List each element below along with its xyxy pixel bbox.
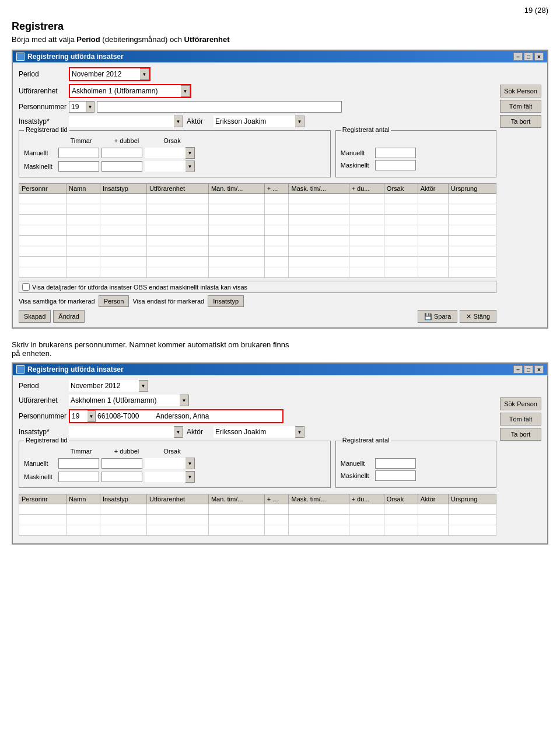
w2-manuellt-orsak-arrow[interactable]: ▼ xyxy=(186,458,195,469)
w2-utforarenhet-label: Utförarenhet xyxy=(19,396,65,404)
aktor-dropdown-arrow[interactable]: ▼ xyxy=(295,116,304,127)
w2-insatstyp-label: Insatstyp* xyxy=(19,428,65,436)
w2-period-select-container: November 2012 ▼ xyxy=(69,380,148,392)
manuellt-antal-input[interactable] xyxy=(375,148,416,158)
period-dropdown-arrow[interactable]: ▼ xyxy=(140,68,149,80)
window2-body: Period November 2012 ▼ Utförarenhet Askh… xyxy=(13,375,547,543)
w2-maskinellt-dubbel-input[interactable] xyxy=(102,472,142,482)
win2-maximize-btn[interactable]: □ xyxy=(524,365,533,374)
win-minimize-btn[interactable]: – xyxy=(513,53,523,61)
w2-personnummer-prefix-input[interactable]: 19 xyxy=(70,410,88,422)
w2-utforarenhet-input[interactable]: Askholmen 1 (Utförarnamn) xyxy=(69,395,180,406)
w2-insatstyp-dropdown-arrow[interactable]: ▼ xyxy=(174,426,183,438)
w2-utforarenhet-dropdown-arrow[interactable]: ▼ xyxy=(180,395,189,406)
maskinellt-antal-row: Maskinellt xyxy=(341,160,491,170)
insatstyp-dropdown-arrow[interactable]: ▼ xyxy=(174,116,183,127)
window1: Registrering utförda insatser – □ × Peri… xyxy=(12,50,548,329)
w2-manuellt-orsak-input[interactable] xyxy=(145,458,186,469)
w2-personnummer-number-input[interactable]: 661008-T000 xyxy=(96,410,154,422)
aktor-input[interactable]: Eriksson Joakim xyxy=(214,116,295,127)
w2-insatstyp-select-container: ▼ xyxy=(69,426,183,438)
w2-period-input[interactable]: November 2012 xyxy=(69,380,139,392)
w2-registrerad-tid-title: Registrerad tid xyxy=(24,437,69,444)
w2-maskinellt-tid-label: Maskinellt xyxy=(24,473,56,480)
registrerad-tid-group: Registrerad tid Timmar + dubbel Orsak Ma… xyxy=(19,130,331,177)
w2-maskinellt-antal-input[interactable] xyxy=(375,470,416,481)
w2-manuellt-antal-input[interactable] xyxy=(375,458,416,469)
win2-close-btn[interactable]: × xyxy=(534,365,544,374)
manuellt-orsak-input[interactable] xyxy=(145,148,186,158)
w2-aktor-input[interactable]: Eriksson Joakim xyxy=(214,426,295,438)
maskinellt-orsak-input[interactable] xyxy=(145,161,186,172)
insatstyp-btn[interactable]: Insatstyp xyxy=(208,295,244,307)
sok-person-btn[interactable]: Sök Person xyxy=(500,85,541,97)
w2-insatstyp-input[interactable] xyxy=(69,426,174,438)
aktor-select-container: Eriksson Joakim ▼ xyxy=(214,116,304,127)
manuellt-tid-label: Manuellt xyxy=(24,149,56,156)
w2-manuellt-tid-label: Manuellt xyxy=(24,460,56,467)
w2-manuellt-orsak-container: ▼ xyxy=(145,458,195,469)
stang-btn[interactable]: ✕ Stäng xyxy=(460,310,496,323)
bottom-section: Visa detaljrader för utförda insatser OB… xyxy=(19,281,496,323)
col-du: + du... xyxy=(349,184,384,194)
w2-maskinellt-orsak-input[interactable] xyxy=(145,472,186,482)
w2-personnummer-full-container: 19 ▼ 661008-T000 Andersson, Anna xyxy=(69,409,284,423)
maskinellt-antal-input[interactable] xyxy=(375,160,416,170)
manuellt-antal-row: Manuellt xyxy=(341,148,491,158)
maskinellt-orsak-container: ▼ xyxy=(145,161,195,172)
win2-minimize-btn[interactable]: – xyxy=(513,365,523,374)
personnummer-prefix-input[interactable]: 19 xyxy=(69,101,86,113)
table-row xyxy=(19,194,496,204)
ta-bort-btn[interactable]: Ta bort xyxy=(500,115,541,128)
w2-maskinellt-orsak-arrow[interactable]: ▼ xyxy=(186,471,195,483)
w2-dubbel-col-label: + dubbel xyxy=(106,448,147,455)
andrad-btn[interactable]: Ändrad xyxy=(53,310,84,323)
person-btn[interactable]: Person xyxy=(99,295,130,307)
w2-maskinellt-timmar-input[interactable] xyxy=(58,472,99,482)
w2-tom-falt-btn[interactable]: Töm fält xyxy=(500,413,541,425)
footer-row: Skapad Ändrad 💾 Spara ✕ Stäng xyxy=(19,310,496,323)
insatstyp-input[interactable] xyxy=(69,116,174,127)
w2-sok-person-btn[interactable]: Sök Person xyxy=(500,397,541,410)
win-maximize-btn[interactable]: □ xyxy=(524,53,533,61)
w2-ta-bort-btn[interactable]: Ta bort xyxy=(500,428,541,441)
w2-manuellt-timmar-input[interactable] xyxy=(58,458,99,469)
manuellt-dubbel-input[interactable] xyxy=(102,148,142,158)
w2-col-personnr: Personnr xyxy=(19,494,66,504)
period-input[interactable]: November 2012 xyxy=(70,68,140,80)
col-man-tim: Man. tim/... xyxy=(208,184,264,194)
w2-registrerad-tid-group: Registrerad tid Timmar + dubbel Orsak Ma… xyxy=(19,441,331,488)
tom-falt-btn[interactable]: Töm fält xyxy=(500,100,541,113)
w2-maskinellt-orsak-container: ▼ xyxy=(145,471,195,483)
manuellt-timmar-input[interactable] xyxy=(58,148,99,158)
maskinellt-dubbel-input[interactable] xyxy=(102,161,142,172)
w2-col-utforarenhet: Utförarenhet xyxy=(147,494,209,504)
personnummer-label: Personnummer xyxy=(19,103,66,111)
period-row: Period November 2012 ▼ xyxy=(19,67,496,81)
w2-manuellt-dubbel-input[interactable] xyxy=(102,458,142,469)
visa-row: Visa samtliga för markerad Person Visa e… xyxy=(19,295,496,307)
w2-manuellt-antal-label: Manuellt xyxy=(341,460,373,467)
maskinellt-timmar-input[interactable] xyxy=(58,161,99,172)
visa-samtliga-label: Visa samtliga för markerad xyxy=(19,298,95,305)
win-close-btn[interactable]: × xyxy=(534,53,544,61)
utforarenhet-dropdown-arrow[interactable]: ▼ xyxy=(181,85,190,97)
skapad-btn[interactable]: Skapad xyxy=(19,310,51,323)
personnummer-arrow[interactable]: ▼ xyxy=(86,101,94,113)
manuellt-orsak-arrow[interactable]: ▼ xyxy=(186,147,195,159)
maskinellt-orsak-arrow[interactable]: ▼ xyxy=(186,161,195,172)
spara-btn[interactable]: 💾 Spara xyxy=(418,310,457,323)
utforarenhet-input[interactable]: Askholmen 1 (Utförarnamn) xyxy=(70,85,181,97)
w2-period-dropdown-arrow[interactable]: ▼ xyxy=(139,380,148,392)
window2-titlebar: Registrering utförda insatser – □ × xyxy=(13,364,547,375)
table-row xyxy=(19,215,496,225)
personnummer-input[interactable] xyxy=(97,101,342,113)
w2-aktor-dropdown-arrow[interactable]: ▼ xyxy=(295,426,304,438)
w2-personnummer-arrow[interactable]: ▼ xyxy=(88,410,96,422)
maskinellt-tid-row: Maskinellt ▼ xyxy=(24,161,326,172)
window2-controls: – □ × xyxy=(513,365,544,374)
table-row xyxy=(19,267,496,278)
detail-checkbox[interactable] xyxy=(22,283,30,291)
w2-personnummer-name-input[interactable]: Andersson, Anna xyxy=(154,410,282,422)
w2-aktor-label: Aktör xyxy=(187,428,210,436)
